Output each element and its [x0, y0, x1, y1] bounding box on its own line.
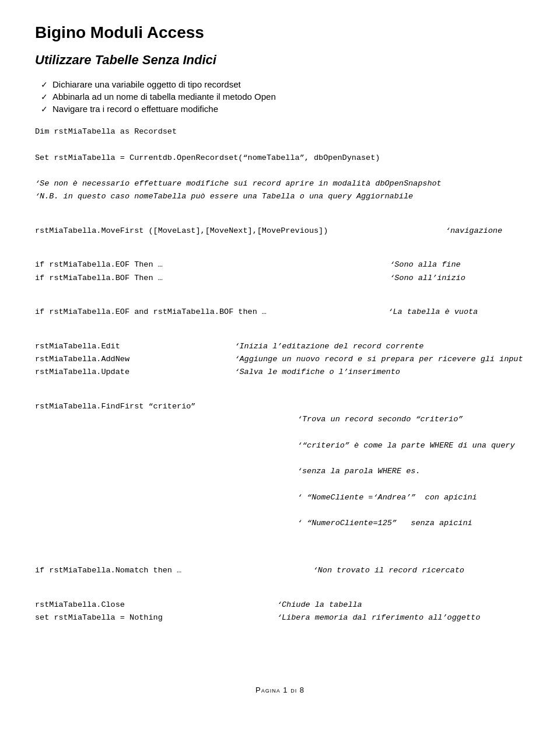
set-line: Set rstMiaTabella = Currentdb.OpenRecord… — [35, 152, 525, 165]
findfirst-row: rstMiaTabella.FindFirst “criterio” ‘Trov… — [35, 400, 525, 543]
findfirst-section: rstMiaTabella.FindFirst “criterio” ‘Trov… — [35, 400, 525, 543]
eof-row: if rstMiaTabella.EOF Then … ‘Sono alla f… — [35, 258, 525, 271]
section-title: Utilizzare Tabelle Senza Indici — [35, 53, 525, 68]
list-item: Dichiarare una variabile oggetto di tipo… — [41, 79, 525, 89]
code-block: Dim rstMiaTabella as Recordset Set rstMi… — [35, 125, 525, 624]
close-code: rstMiaTabella.Close — [35, 599, 277, 611]
update-code: rstMiaTabella.Update — [35, 366, 235, 379]
nomatch-comment: ‘Non trovato il record ricercato — [313, 564, 525, 577]
close-row: rstMiaTabella.Close ‘Chiude la tabella — [35, 599, 525, 611]
findfirst-comment: ‘Trova un record secondo “criteriо” ‘“cr… — [241, 400, 525, 543]
eof-comment: ‘Sono alla fine — [390, 258, 525, 271]
eofbof-comment: ‘La tabella è vuota — [388, 306, 525, 319]
set-nothing-comment: ‘Libera memoria dal riferimento all’ogge… — [277, 611, 525, 624]
nomatch-table: if rstMiaTabella.Nomatch then … ‘Non tro… — [35, 564, 525, 577]
eofbof-code: if rstMiaTabella.EOF and rstMiaTabella.B… — [35, 306, 388, 319]
move-row: rstMiaTabella.MoveFirst ([MoveLast],[Mov… — [35, 225, 525, 237]
nomatch-section: if rstMiaTabella.Nomatch then … ‘Non tro… — [35, 564, 525, 577]
nomatch-code: if rstMiaTabella.Nomatch then … — [35, 564, 313, 577]
list-item: Navigare tra i record o effettuare modif… — [41, 104, 525, 114]
edit-table: rstMiaTabella.Edit ‘Inizia l’editazione … — [35, 340, 525, 379]
addnew-row: rstMiaTabella.AddNew ‘Aggiunge un nuovo … — [35, 353, 525, 366]
findfirst-table: rstMiaTabella.FindFirst “criterio” ‘Trov… — [35, 400, 525, 543]
dim-section: Dim rstMiaTabella as Recordset Set rstMi… — [35, 125, 525, 204]
move-section: rstMiaTabella.MoveFirst ([MoveLast],[Mov… — [35, 225, 525, 237]
close-section: rstMiaTabella.Close ‘Chiude la tabella s… — [35, 599, 525, 625]
bof-row: if rstMiaTabella.BOF Then … ‘Sono all’in… — [35, 272, 525, 285]
list-item: Abbinarla ad un nome di tabella mediante… — [41, 92, 525, 102]
dim-line: Dim rstMiaTabella as Recordset — [35, 125, 525, 138]
eofbof-section: if rstMiaTabella.EOF and rstMiaTabella.B… — [35, 306, 525, 319]
move-comment: ‘navigazione — [446, 225, 525, 237]
addnew-comment: ‘Aggiunge un nuovo record e si prepara p… — [235, 353, 525, 366]
page-footer: Pagina 1 di 8 — [35, 686, 525, 694]
addnew-code: rstMiaTabella.AddNew — [35, 353, 235, 366]
edit-section: rstMiaTabella.Edit ‘Inizia l’editazione … — [35, 340, 525, 379]
findfirst-code: rstMiaTabella.FindFirst “criterio” — [35, 400, 241, 543]
comment1-line: ‘Se non è necessario effettuare modifich… — [35, 177, 525, 190]
set-nothing-row: set rstMiaTabella = Nothing ‘Libera memo… — [35, 611, 525, 624]
update-comment: ‘Salva le modifiche o l’inserimento — [235, 366, 525, 379]
close-comment: ‘Chiude la tabella — [277, 599, 525, 611]
footer-text: Pagina 1 di 8 — [256, 686, 304, 694]
eof-section: if rstMiaTabella.EOF Then … ‘Sono alla f… — [35, 258, 525, 285]
nomatch-row: if rstMiaTabella.Nomatch then … ‘Non tro… — [35, 564, 525, 577]
eof-table: if rstMiaTabella.EOF Then … ‘Sono alla f… — [35, 258, 525, 285]
move-code: rstMiaTabella.MoveFirst ([MoveLast],[Mov… — [35, 225, 446, 237]
update-row: rstMiaTabella.Update ‘Salva le modifiche… — [35, 366, 525, 379]
page-title: Bigino Moduli Access — [35, 23, 525, 42]
code-table: rstMiaTabella.MoveFirst ([MoveLast],[Mov… — [35, 225, 525, 237]
bof-comment: ‘Sono all’inizio — [390, 272, 525, 285]
close-table: rstMiaTabella.Close ‘Chiude la tabella s… — [35, 599, 525, 625]
edit-code: rstMiaTabella.Edit — [35, 340, 235, 353]
eofbof-table: if rstMiaTabella.EOF and rstMiaTabella.B… — [35, 306, 525, 319]
edit-row: rstMiaTabella.Edit ‘Inizia l’editazione … — [35, 340, 525, 353]
edit-comment: ‘Inizia l’editazione del record corrente — [235, 340, 525, 353]
bullet-list: Dichiarare una variabile oggetto di tipo… — [35, 79, 525, 114]
eof-code: if rstMiaTabella.EOF Then … — [35, 258, 390, 271]
main-content: Bigino Moduli Access Utilizzare Tabelle … — [35, 23, 525, 712]
eofbof-row: if rstMiaTabella.EOF and rstMiaTabella.B… — [35, 306, 525, 319]
bof-code: if rstMiaTabella.BOF Then … — [35, 272, 390, 285]
comment2-line: ‘N.B. in questo caso nomeTabella può ess… — [35, 190, 525, 203]
set-nothing-code: set rstMiaTabella = Nothing — [35, 611, 277, 624]
